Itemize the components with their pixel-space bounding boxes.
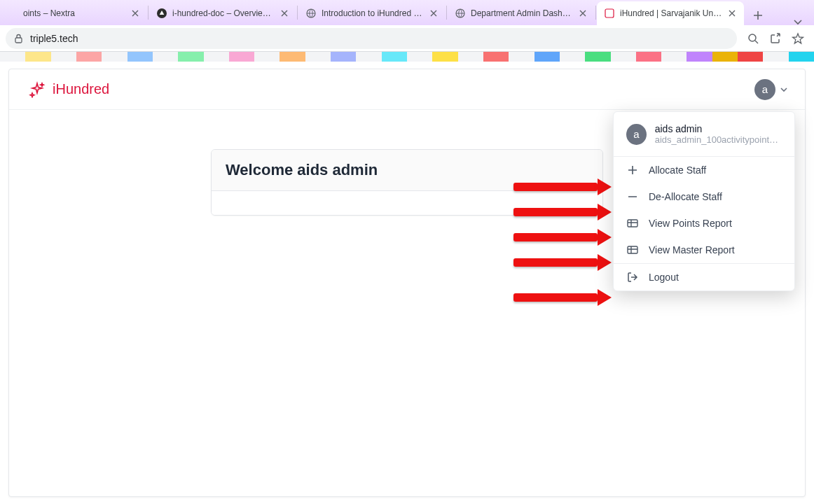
sparkle-icon xyxy=(29,81,46,98)
menu-item-logout[interactable]: Logout xyxy=(614,264,794,290)
address-bar: triple5.tech xyxy=(0,25,814,52)
table-icon xyxy=(626,217,639,230)
annotation-arrow xyxy=(513,290,612,304)
annotation-arrow xyxy=(513,205,612,219)
star-icon[interactable] xyxy=(792,32,804,45)
close-icon[interactable] xyxy=(727,8,737,18)
globe-icon xyxy=(455,8,466,19)
app-header: iHundred a xyxy=(9,69,805,110)
triangle-icon xyxy=(156,8,167,19)
dropdown-user-name: aids admin xyxy=(655,123,782,134)
menu-item-view-master-report[interactable]: View Master Report xyxy=(614,237,794,263)
app-icon xyxy=(604,8,615,19)
plus-icon xyxy=(626,164,639,176)
menu-item-label: View Points Report xyxy=(649,218,732,229)
menu-item-label: De-Allocate Staff xyxy=(649,191,722,202)
annotation-arrow xyxy=(513,255,612,270)
color-strip xyxy=(0,52,814,62)
table-icon xyxy=(626,244,639,256)
app-card: iHundred a Welcome aids admin a aids adm… xyxy=(8,69,806,497)
minus-icon xyxy=(626,190,639,203)
close-icon[interactable] xyxy=(130,8,140,18)
annotation-arrow xyxy=(513,230,612,244)
browser-tab-active[interactable]: iHundred | Sarvajanik Univers xyxy=(597,1,744,25)
tab-title: Introduction to iHundred – N xyxy=(322,8,424,18)
close-icon[interactable] xyxy=(429,8,439,18)
svg-rect-4 xyxy=(15,38,22,43)
tab-title: oints – Nextra xyxy=(23,8,125,18)
user-dropdown: a aids admin aids_admin_100activitypoint… xyxy=(613,111,795,291)
svg-rect-7 xyxy=(628,246,637,253)
logout-icon xyxy=(626,271,639,284)
svg-point-5 xyxy=(749,34,756,41)
dropdown-user-block: a aids admin aids_admin_100activitypoint… xyxy=(614,112,794,156)
avatar: a xyxy=(626,124,647,145)
zoom-icon[interactable] xyxy=(747,32,759,45)
share-icon[interactable] xyxy=(769,32,782,45)
url-field[interactable]: triple5.tech xyxy=(6,28,737,49)
avatar: a xyxy=(754,79,775,100)
browser-tab[interactable]: i-hundred-doc – Overview - N xyxy=(149,1,296,25)
brand[interactable]: iHundred xyxy=(29,81,109,98)
browser-tab[interactable]: oints – Nextra xyxy=(0,1,147,25)
user-menu-trigger[interactable]: a xyxy=(754,79,788,100)
lock-icon xyxy=(14,34,23,43)
browser-chrome: oints – Nextra i-hundred-doc – Overview … xyxy=(0,0,814,52)
doc-icon xyxy=(7,8,18,19)
browser-tab[interactable]: Introduction to iHundred – N xyxy=(298,1,446,25)
tabstrip: oints – Nextra i-hundred-doc – Overview … xyxy=(0,0,814,25)
new-tab-button[interactable] xyxy=(748,6,768,25)
dropdown-user-email: aids_admin_100activitypoints@s xyxy=(655,134,782,145)
url-text: triple5.tech xyxy=(30,33,78,44)
annotation-arrow xyxy=(513,180,612,194)
svg-rect-3 xyxy=(605,9,614,18)
brand-text: iHundred xyxy=(53,81,109,97)
globe-icon xyxy=(305,8,317,19)
menu-item-allocate-staff[interactable]: Allocate Staff xyxy=(614,157,794,183)
app-wrap: iHundred a Welcome aids admin a aids adm… xyxy=(0,62,814,504)
tab-title: iHundred | Sarvajanik Univers xyxy=(620,8,722,18)
chevron-down-icon xyxy=(780,86,788,93)
close-icon[interactable] xyxy=(280,8,289,18)
tab-title: Department Admin Dashboa xyxy=(471,8,573,18)
tab-title: i-hundred-doc – Overview - N xyxy=(172,8,275,18)
menu-item-label: View Master Report xyxy=(649,244,735,255)
browser-tab[interactable]: Department Admin Dashboa xyxy=(448,1,595,25)
menu-item-deallocate-staff[interactable]: De-Allocate Staff xyxy=(614,183,794,210)
close-icon[interactable] xyxy=(578,8,588,18)
svg-rect-6 xyxy=(628,220,637,227)
tab-overflow-button[interactable] xyxy=(786,18,810,25)
menu-item-label: Logout xyxy=(649,272,679,283)
menu-item-view-points-report[interactable]: View Points Report xyxy=(614,210,794,237)
menu-item-label: Allocate Staff xyxy=(649,164,706,176)
